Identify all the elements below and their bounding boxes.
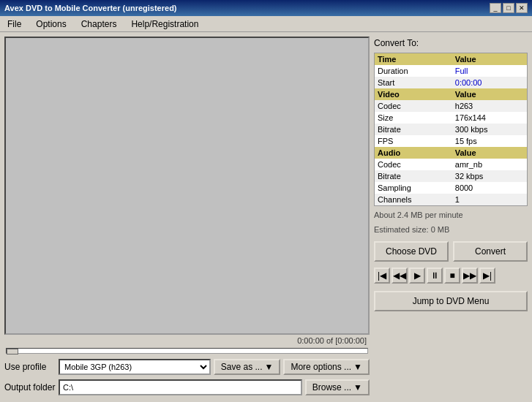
pause-button[interactable]: ⏸ xyxy=(427,268,443,284)
progress-indicator xyxy=(7,349,18,354)
menu-options[interactable]: Options xyxy=(31,18,70,31)
progress-bar-container xyxy=(4,346,370,355)
table-row: Channels1 xyxy=(375,194,528,206)
content-area: 0:00:00 of [0:00:00] Use profile Mobile … xyxy=(4,37,528,398)
menu-help[interactable]: Help/Registration xyxy=(127,18,203,31)
skip-forward-button[interactable]: ▶| xyxy=(479,268,495,284)
transport-controls: |◀ ◀◀ ▶ ⏸ ■ ▶▶ ▶| xyxy=(374,268,528,284)
size-info-1: About 2.4 MB per minute xyxy=(374,209,528,221)
menu-bar: File Options Chapters Help/Registration xyxy=(0,16,532,32)
info-table: TimeValueDurationFullStart0:00:00VideoVa… xyxy=(374,53,528,206)
time-display: 0:00:00 of [0:00:00] xyxy=(4,335,370,346)
table-section-header: VideoValue xyxy=(375,88,528,100)
output-row: Output folder Browse ... ▼ xyxy=(4,377,370,398)
title-text: Avex DVD to Mobile Converter (unregister… xyxy=(4,4,177,12)
profile-label: Use profile xyxy=(4,362,56,372)
convert-button[interactable]: Convert xyxy=(453,241,528,262)
right-panel: Convert To: TimeValueDurationFullStart0:… xyxy=(374,37,528,398)
video-area xyxy=(4,37,370,335)
title-bar: Avex DVD to Mobile Converter (unregister… xyxy=(0,0,532,16)
main-window: 0:00:00 of [0:00:00] Use profile Mobile … xyxy=(0,32,532,402)
stop-button[interactable]: ■ xyxy=(444,268,460,284)
jump-to-dvd-menu-button[interactable]: Jump to DVD Menu xyxy=(374,291,528,311)
table-row: Size176x144 xyxy=(375,112,528,124)
minimize-button[interactable]: _ xyxy=(490,3,501,13)
choose-dvd-button[interactable]: Choose DVD xyxy=(374,241,449,262)
skip-back-button[interactable]: |◀ xyxy=(374,268,390,284)
rewind-button[interactable]: ◀◀ xyxy=(391,268,408,284)
more-options-button[interactable]: More options ... ▼ xyxy=(283,359,370,375)
close-button[interactable]: ✕ xyxy=(516,3,528,13)
output-folder-label: Output folder xyxy=(4,382,56,392)
table-row: Bitrate300 kbps xyxy=(375,124,528,135)
table-row: Start0:00:00 xyxy=(375,77,528,88)
menu-chapters[interactable]: Chapters xyxy=(77,18,121,31)
browse-button[interactable]: Browse ... ▼ xyxy=(305,379,370,395)
table-row: Bitrate32 kbps xyxy=(375,170,528,182)
table-row: DurationFull xyxy=(375,65,528,77)
progress-bar[interactable] xyxy=(6,348,368,354)
left-panel: 0:00:00 of [0:00:00] Use profile Mobile … xyxy=(4,37,370,398)
table-row: Sampling8000 xyxy=(375,182,528,194)
title-bar-controls: _ □ ✕ xyxy=(490,3,528,13)
output-folder-input[interactable] xyxy=(59,379,302,395)
menu-file[interactable]: File xyxy=(3,18,26,31)
play-button[interactable]: ▶ xyxy=(409,268,425,284)
save-as-button[interactable]: Save as ... ▼ xyxy=(214,359,281,375)
right-buttons: Choose DVD Convert xyxy=(374,241,528,262)
table-section-header: AudioValue xyxy=(375,147,528,159)
table-row: Codech263 xyxy=(375,100,528,112)
table-section-header: TimeValue xyxy=(375,53,528,66)
fast-forward-button[interactable]: ▶▶ xyxy=(462,268,478,284)
table-row: Codecamr_nb xyxy=(375,159,528,170)
size-info-2: Estimated size: 0 MB xyxy=(374,224,528,235)
convert-to-label: Convert To: xyxy=(374,37,528,50)
profile-row: Use profile Mobile 3GP (h263) Save as ..… xyxy=(4,357,370,377)
profile-select[interactable]: Mobile 3GP (h263) xyxy=(59,359,211,375)
maximize-button[interactable]: □ xyxy=(503,3,514,13)
table-row: FPS15 fps xyxy=(375,135,528,147)
